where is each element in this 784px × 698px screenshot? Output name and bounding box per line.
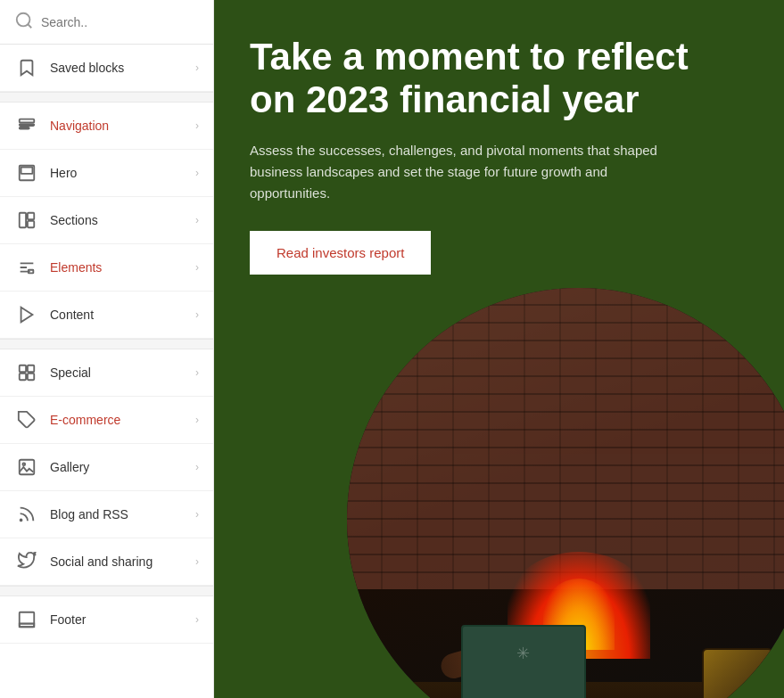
- social-icon: [14, 549, 39, 574]
- svg-rect-7: [20, 213, 26, 228]
- sidebar-item-gallery[interactable]: Gallery ›: [0, 444, 213, 491]
- sidebar-item-label: Content: [50, 308, 185, 322]
- chevron-right-icon: ›: [195, 508, 199, 521]
- cta-button[interactable]: Read investors report: [250, 231, 431, 275]
- sidebar-item-hero[interactable]: Hero ›: [0, 150, 213, 197]
- chevron-right-icon: ›: [195, 555, 199, 568]
- main-content: Take a moment to reflect on 2023 financi…: [214, 0, 784, 698]
- sidebar-item-footer[interactable]: Footer ›: [0, 596, 213, 644]
- chevron-right-icon: ›: [195, 119, 199, 132]
- sidebar: Saved blocks › Navigation › Hero ›: [0, 0, 214, 698]
- bookmark-icon: [14, 55, 39, 80]
- navigation-icon: [14, 113, 39, 138]
- sidebar-item-saved-blocks[interactable]: Saved blocks ›: [0, 45, 213, 92]
- hero-image: ✳: [347, 288, 784, 698]
- svg-rect-2: [20, 119, 35, 123]
- svg-rect-10: [29, 270, 34, 274]
- sidebar-item-label: Social and sharing: [50, 554, 185, 569]
- mug: [702, 648, 773, 698]
- svg-rect-14: [20, 374, 26, 380]
- sidebar-item-elements[interactable]: Elements ›: [0, 244, 213, 292]
- svg-line-1: [28, 24, 31, 28]
- sidebar-item-special[interactable]: Special ›: [0, 349, 213, 397]
- svg-rect-3: [20, 124, 35, 126]
- steam-1: [753, 288, 755, 307]
- chevron-right-icon: ›: [195, 461, 199, 473]
- svg-rect-12: [20, 365, 26, 372]
- search-input[interactable]: [41, 15, 199, 29]
- sidebar-item-content[interactable]: Content ›: [0, 292, 213, 339]
- svg-rect-4: [20, 127, 29, 129]
- chevron-right-icon: ›: [195, 167, 199, 179]
- sidebar-item-label: Footer: [50, 612, 185, 627]
- svg-rect-13: [28, 365, 34, 372]
- chevron-right-icon: ›: [195, 261, 199, 274]
- mug-handle: [772, 668, 784, 698]
- content-icon: [14, 302, 39, 327]
- hero-description: Assess the successes, challenges, and pi…: [250, 140, 678, 204]
- svg-marker-11: [21, 308, 33, 323]
- chevron-right-icon: ›: [195, 613, 199, 626]
- sidebar-divider-3: [0, 586, 213, 596]
- steam-2: [730, 288, 732, 292]
- chevron-right-icon: ›: [195, 366, 199, 379]
- blog-icon: [14, 502, 39, 527]
- sidebar-item-label: E-commerce: [50, 413, 185, 427]
- chevron-right-icon: ›: [195, 308, 199, 321]
- search-bar[interactable]: [0, 0, 213, 45]
- special-icon: [14, 360, 39, 385]
- svg-point-19: [21, 520, 22, 521]
- sidebar-item-label: Sections: [50, 213, 185, 227]
- chevron-right-icon: ›: [195, 214, 199, 226]
- fireplace-background: ✳: [347, 288, 784, 698]
- svg-rect-15: [28, 374, 34, 380]
- sidebar-item-label: Gallery: [50, 460, 185, 474]
- sidebar-divider-2: [0, 339, 213, 349]
- search-icon: [14, 11, 34, 33]
- svg-point-0: [17, 13, 30, 27]
- hero-icon: [14, 160, 39, 185]
- sidebar-item-ecommerce[interactable]: E-commerce ›: [0, 397, 213, 444]
- chevron-right-icon: ›: [195, 414, 199, 426]
- sidebar-item-sections[interactable]: Sections ›: [0, 197, 213, 244]
- sidebar-item-blog-rss[interactable]: Blog and RSS ›: [0, 491, 213, 538]
- svg-rect-8: [28, 213, 34, 219]
- sidebar-item-social[interactable]: Social and sharing ›: [0, 538, 213, 586]
- hero-title: Take a moment to reflect on 2023 financi…: [250, 36, 696, 122]
- ecommerce-icon: [14, 407, 39, 432]
- svg-rect-20: [20, 612, 35, 628]
- sections-icon: [14, 208, 39, 233]
- elements-icon: [14, 255, 39, 280]
- chevron-right-icon: ›: [195, 62, 199, 74]
- sidebar-item-label: Special: [50, 365, 185, 380]
- sidebar-item-label: Navigation: [50, 119, 185, 133]
- brick-wall: [347, 288, 784, 589]
- footer-icon: [14, 607, 39, 632]
- sidebar-item-label: Saved blocks: [50, 61, 185, 75]
- sidebar-divider-1: [0, 92, 213, 103]
- svg-rect-9: [28, 221, 34, 227]
- sidebar-item-label: Elements: [50, 260, 185, 275]
- svg-point-18: [22, 463, 25, 465]
- gallery-icon: [14, 455, 39, 480]
- sidebar-item-label: Blog and RSS: [50, 507, 185, 521]
- laptop-logo: ✳: [516, 644, 530, 663]
- laptop-screen: ✳: [461, 625, 586, 698]
- sidebar-item-label: Hero: [50, 166, 185, 180]
- svg-rect-6: [21, 168, 33, 174]
- sidebar-item-navigation[interactable]: Navigation ›: [0, 103, 213, 150]
